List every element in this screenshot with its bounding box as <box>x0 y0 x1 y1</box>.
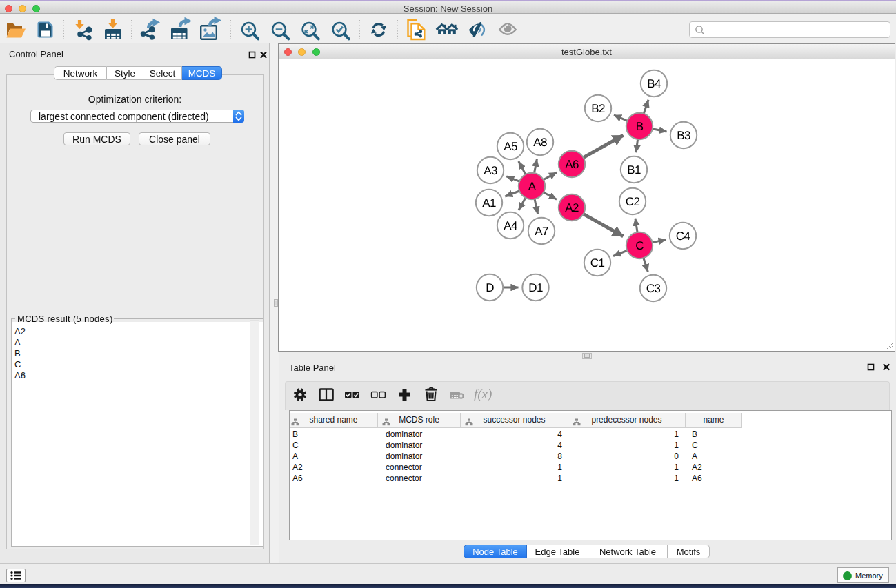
svg-text:D: D <box>486 281 494 294</box>
svg-text:B: B <box>636 120 644 133</box>
svg-text:B4: B4 <box>647 77 661 90</box>
svg-text:C4: C4 <box>676 230 690 243</box>
svg-text:A1: A1 <box>482 196 496 210</box>
svg-text:B2: B2 <box>591 102 605 115</box>
svg-text:D1: D1 <box>528 281 543 294</box>
svg-text:A2: A2 <box>565 201 579 214</box>
svg-text:B3: B3 <box>677 129 690 142</box>
svg-text:B1: B1 <box>627 163 641 176</box>
svg-text:C3: C3 <box>646 282 661 295</box>
svg-text:A: A <box>528 180 537 193</box>
svg-text:A3: A3 <box>484 164 497 177</box>
svg-text:A8: A8 <box>533 136 547 149</box>
svg-text:C1: C1 <box>590 256 605 270</box>
svg-text:C2: C2 <box>626 195 640 208</box>
svg-text:A4: A4 <box>504 219 517 232</box>
svg-text:A6: A6 <box>565 158 579 171</box>
svg-text:f(x): f(x) <box>474 387 492 402</box>
svg-text:C: C <box>635 239 644 252</box>
svg-text:A5: A5 <box>504 140 517 153</box>
svg-text:A7: A7 <box>535 225 548 238</box>
